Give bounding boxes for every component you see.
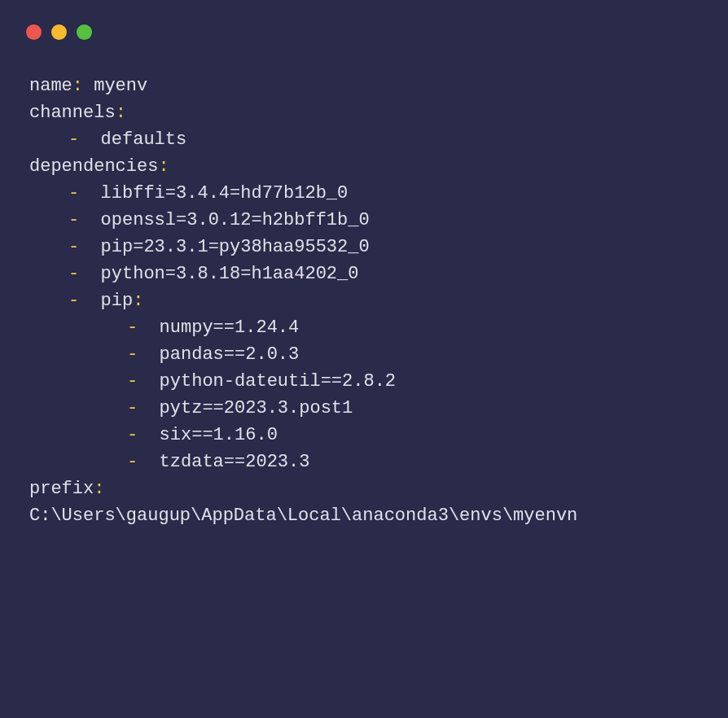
list-item: libffi=3.4.4=hd77b12b_0 bbox=[101, 183, 349, 204]
yaml-dep-item: - pip=23.3.1=py38haa95532_0 bbox=[29, 234, 699, 260]
dash-icon: - bbox=[68, 183, 79, 204]
list-item: numpy==1.24.4 bbox=[160, 317, 300, 338]
list-item: openssl=3.0.12=h2bbff1b_0 bbox=[101, 210, 370, 230]
colon-icon: : bbox=[94, 479, 104, 499]
yaml-pip-item: - numpy==1.24.4 bbox=[29, 314, 699, 341]
yaml-pip-item: - tzdata==2023.3 bbox=[29, 449, 699, 475]
maximize-icon[interactable] bbox=[77, 24, 92, 40]
yaml-key: prefix bbox=[29, 479, 94, 499]
yaml-key: name bbox=[29, 76, 72, 96]
list-item: python-dateutil==2.8.2 bbox=[160, 371, 396, 392]
colon-icon: : bbox=[158, 156, 169, 177]
yaml-dep-item: - openssl=3.0.12=h2bbff1b_0 bbox=[29, 207, 699, 234]
list-item: six==1.16.0 bbox=[160, 425, 278, 445]
yaml-key: channels bbox=[29, 103, 116, 123]
dash-icon: - bbox=[68, 210, 79, 230]
yaml-pip-item: - python-dateutil==2.8.2 bbox=[29, 368, 699, 395]
list-item: pytz==2023.3.post1 bbox=[160, 398, 353, 418]
dash-icon: - bbox=[68, 129, 79, 150]
yaml-value: myenv bbox=[94, 76, 147, 96]
close-icon[interactable] bbox=[26, 24, 42, 40]
colon-icon: : bbox=[116, 103, 126, 123]
yaml-prefix-line: prefix: bbox=[29, 475, 699, 502]
terminal-content: name: myenv channels: - defaults depende… bbox=[10, 48, 718, 549]
list-item: tzdata==2023.3 bbox=[160, 452, 310, 472]
yaml-key: pip bbox=[101, 291, 134, 311]
yaml-dep-item: - libffi=3.4.4=hd77b12b_0 bbox=[29, 180, 699, 207]
dash-icon: - bbox=[127, 452, 138, 472]
dash-icon: - bbox=[68, 264, 79, 284]
yaml-key: dependencies bbox=[29, 156, 158, 177]
yaml-name-line: name: myenv bbox=[29, 72, 699, 99]
dash-icon: - bbox=[127, 344, 138, 365]
list-item: python=3.8.18=h1aa4202_0 bbox=[101, 264, 359, 284]
dash-icon: - bbox=[68, 291, 79, 311]
dash-icon: - bbox=[68, 237, 79, 257]
yaml-pip-item: - six==1.16.0 bbox=[29, 422, 699, 449]
yaml-dependencies-line: dependencies: bbox=[29, 153, 699, 180]
dash-icon: - bbox=[127, 371, 138, 392]
colon-icon: : bbox=[72, 76, 83, 96]
yaml-pip-item: - pandas==2.0.3 bbox=[29, 341, 699, 368]
yaml-pip-item: - pytz==2023.3.post1 bbox=[29, 395, 699, 422]
minimize-icon[interactable] bbox=[51, 24, 67, 40]
yaml-channels-item: - defaults bbox=[29, 126, 699, 153]
colon-icon: : bbox=[133, 291, 143, 311]
yaml-prefix-value: C:\Users\gaugup\AppData\Local\anaconda3\… bbox=[29, 502, 699, 529]
yaml-channels-line: channels: bbox=[29, 99, 699, 126]
list-item: pandas==2.0.3 bbox=[160, 344, 300, 365]
terminal-window: name: myenv channels: - defaults depende… bbox=[10, 10, 718, 708]
dash-icon: - bbox=[127, 425, 138, 445]
yaml-value: C:\Users\gaugup\AppData\Local\anaconda3\… bbox=[29, 506, 577, 526]
list-item: defaults bbox=[101, 129, 187, 150]
window-titlebar bbox=[10, 10, 718, 48]
list-item: pip=23.3.1=py38haa95532_0 bbox=[101, 237, 370, 257]
dash-icon: - bbox=[127, 398, 138, 418]
dash-icon: - bbox=[127, 317, 138, 338]
yaml-pip-line: - pip: bbox=[29, 287, 699, 314]
yaml-dep-item: - python=3.8.18=h1aa4202_0 bbox=[29, 260, 699, 287]
